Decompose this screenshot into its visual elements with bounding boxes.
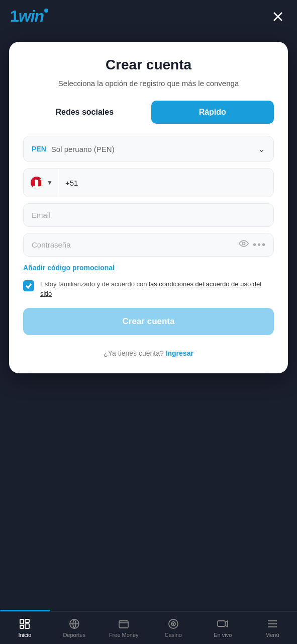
- tab-row: Redes sociales Rápido: [23, 101, 274, 124]
- nav-label-inicio: Inicio: [18, 632, 31, 638]
- create-account-button[interactable]: Crear cuenta: [23, 308, 274, 335]
- nav-item-en-vivo[interactable]: En vivo: [198, 612, 248, 644]
- nav-item-free-money[interactable]: Free Money: [99, 612, 149, 644]
- registration-modal: Crear cuenta Selecciona la opción de reg…: [9, 42, 288, 373]
- modal-title: Crear cuenta: [23, 57, 274, 73]
- svg-rect-8: [119, 621, 128, 628]
- nav-label-casino: Casino: [165, 632, 182, 638]
- registration-form: PEN Sol peruano (PEN) ⌄ 🇵🇪 ▼: [23, 136, 274, 357]
- nav-item-deportes[interactable]: Deportes: [50, 612, 100, 644]
- svg-point-11: [173, 623, 174, 624]
- eye-icon[interactable]: [239, 238, 249, 251]
- nav-item-casino[interactable]: Casino: [149, 612, 199, 644]
- nav-item-inicio[interactable]: Inicio: [0, 612, 50, 644]
- svg-rect-12: [218, 621, 225, 626]
- chevron-down-icon: ⌄: [258, 143, 265, 154]
- header: 1win: [0, 0, 297, 33]
- login-prompt: ¿Ya tienes cuenta?: [104, 349, 164, 357]
- currency-code: PEN: [32, 145, 46, 153]
- phone-field: 🇵🇪 ▼: [23, 168, 274, 197]
- tab-rapido[interactable]: Rápido: [151, 101, 274, 124]
- modal-overlay: Crear cuenta Selecciona la opción de reg…: [0, 33, 297, 611]
- svg-rect-4: [20, 625, 24, 628]
- nav-item-menu[interactable]: Menú: [248, 612, 298, 644]
- terms-text: Estoy familiarizado y de acuerdo con las…: [40, 280, 274, 299]
- login-link[interactable]: Ingresar: [166, 349, 193, 357]
- svg-rect-6: [25, 624, 29, 628]
- nav-label-deportes: Deportes: [63, 632, 85, 638]
- currency-selector[interactable]: PEN Sol peruano (PEN) ⌄: [23, 136, 274, 162]
- country-flag: 🇵🇪: [30, 176, 44, 190]
- nav-label-en-vivo: En vivo: [214, 632, 232, 638]
- email-input[interactable]: [23, 203, 274, 227]
- nav-label-free-money: Free Money: [109, 632, 139, 638]
- svg-point-2: [242, 243, 245, 245]
- phone-input[interactable]: [59, 172, 273, 194]
- password-input[interactable]: [24, 233, 239, 256]
- modal-subtitle: Selecciona la opción de registro que más…: [23, 78, 274, 89]
- svg-rect-5: [25, 619, 29, 622]
- promo-code-link[interactable]: Añadir código promocional: [23, 264, 274, 272]
- close-button[interactable]: [269, 8, 287, 26]
- country-chevron-icon: ▼: [47, 179, 53, 186]
- terms-checkbox[interactable]: [23, 280, 34, 291]
- currency-name: Sol peruano (PEN): [51, 145, 115, 153]
- svg-rect-3: [20, 619, 24, 624]
- nav-label-menu: Menú: [265, 632, 279, 638]
- login-row: ¿Ya tienes cuenta? Ingresar: [23, 349, 274, 357]
- more-options-icon[interactable]: •••: [253, 239, 266, 251]
- terms-row: Estoy familiarizado y de acuerdo con las…: [23, 280, 274, 299]
- country-selector[interactable]: 🇵🇪 ▼: [24, 169, 59, 197]
- password-field: •••: [23, 233, 274, 257]
- bottom-navigation: Inicio Deportes Free Money Casino: [0, 611, 297, 644]
- tab-redes-sociales[interactable]: Redes sociales: [23, 101, 146, 124]
- logo-dot: [44, 9, 48, 13]
- logo: 1win: [10, 7, 48, 26]
